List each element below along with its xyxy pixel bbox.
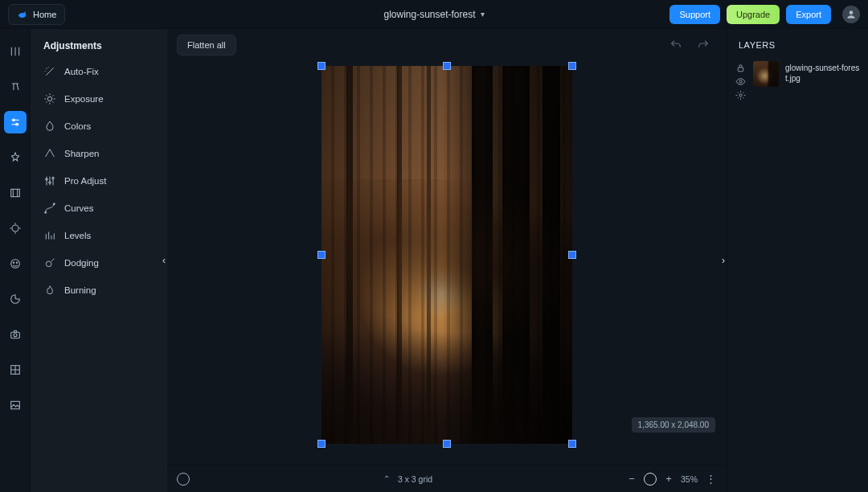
chevron-up-icon: ⌃: [383, 474, 390, 483]
svg-point-20: [739, 80, 742, 83]
image-content: [397, 66, 402, 444]
svg-point-6: [13, 262, 14, 263]
resize-handle-ml[interactable]: [317, 251, 326, 259]
adjust-label: Dodging: [64, 258, 99, 268]
resize-handle-mr[interactable]: [568, 251, 576, 259]
canvas-toolbar: Flatten all: [167, 29, 727, 61]
zoom-value: 35%: [681, 474, 698, 484]
adjust-label: Burning: [64, 285, 96, 295]
rail-effects-icon[interactable]: [4, 146, 27, 169]
adjust-curves[interactable]: Curves: [37, 195, 161, 222]
collapse-right-panel[interactable]: ›: [722, 255, 725, 266]
layer-name: glowing-sunset-forest.jpg: [785, 61, 860, 84]
adjustments-list: Auto-Fix Exposure Colors Sharpen Pro Adj…: [37, 58, 161, 304]
zoom-out-button[interactable]: −: [626, 473, 637, 485]
image-content: [502, 66, 530, 444]
zoom-controls: − + 35%: [626, 473, 698, 486]
zoom-in-button[interactable]: +: [663, 473, 674, 485]
svg-rect-11: [10, 401, 19, 408]
upgrade-button[interactable]: Upgrade: [727, 5, 780, 24]
support-button[interactable]: Support: [669, 5, 720, 24]
image-content: [346, 66, 353, 444]
rail-stickers-icon[interactable]: [4, 252, 27, 275]
adjust-sharpen[interactable]: Sharpen: [37, 140, 161, 167]
adjust-colors[interactable]: Colors: [37, 113, 161, 140]
canvas-stage[interactable]: 1,365.00 x 2,048.00 ›: [167, 61, 727, 465]
rail-adjustments-icon[interactable]: [4, 111, 27, 133]
dodge-icon: [43, 256, 56, 269]
chevron-down-icon: ▾: [481, 10, 485, 18]
person-icon: [845, 9, 857, 20]
adjust-label: Auto-Fix: [64, 67, 99, 76]
adjust-dodging[interactable]: Dodging: [37, 249, 161, 277]
rail-layout-icon[interactable]: [4, 40, 27, 63]
rail-text-icon[interactable]: [4, 76, 27, 98]
document-title: glowing-sunset-forest: [383, 9, 475, 20]
layers-title: LAYERS: [727, 29, 868, 58]
resize-handle-tr[interactable]: [568, 62, 576, 70]
rail-frame-icon[interactable]: [4, 182, 27, 204]
levels-icon: [43, 229, 56, 242]
layer-visibility-icon[interactable]: [735, 76, 747, 87]
resize-handle-br[interactable]: [568, 440, 576, 448]
grid-label: 3 x 3 grid: [398, 474, 432, 484]
sharpen-icon: [43, 147, 56, 160]
rail-camera-icon[interactable]: [4, 323, 27, 346]
adjustments-panel: Adjustments Auto-Fix Exposure Colors Sha…: [31, 29, 167, 492]
image-content: [321, 179, 572, 330]
rail-draw-icon[interactable]: [4, 288, 27, 310]
adjust-label: Sharpen: [64, 149, 99, 158]
adjust-label: Curves: [64, 203, 93, 213]
resize-handle-tl[interactable]: [317, 62, 326, 70]
export-button[interactable]: Export: [786, 5, 831, 24]
document-title-dropdown[interactable]: glowing-sunset-forest ▾: [383, 9, 484, 20]
layer-settings-icon[interactable]: [735, 89, 747, 100]
adjust-label: Pro Adjust: [64, 176, 106, 186]
flatten-all-button[interactable]: Flatten all: [177, 35, 236, 55]
wand-icon: [43, 65, 56, 78]
rail-collage-icon[interactable]: [4, 359, 27, 381]
layer-row[interactable]: glowing-sunset-forest.jpg: [727, 58, 868, 104]
adjust-autofix[interactable]: Auto-Fix: [37, 58, 161, 85]
adjust-proadjust[interactable]: Pro Adjust: [37, 167, 161, 195]
adjust-levels[interactable]: Levels: [37, 222, 161, 249]
canvas-bottom-bar: ⌃ 3 x 3 grid − + 35% ⋮: [167, 465, 727, 492]
layer-controls: [735, 61, 747, 100]
svg-rect-3: [10, 189, 19, 196]
account-avatar[interactable]: [842, 6, 860, 23]
more-menu-button[interactable]: ⋮: [706, 473, 717, 485]
adjust-burning[interactable]: Burning: [37, 277, 161, 304]
svg-point-16: [45, 211, 47, 213]
resize-handle-tm[interactable]: [443, 62, 451, 70]
rail-retouch-icon[interactable]: [4, 217, 27, 240]
adjust-label: Exposure: [64, 94, 104, 104]
bird-icon: [17, 9, 28, 20]
svg-point-18: [46, 261, 51, 267]
layer-lock-icon[interactable]: [735, 62, 747, 73]
layer-thumbnail[interactable]: [753, 61, 779, 87]
history-controls: [669, 38, 710, 52]
image-content: [472, 66, 493, 444]
background-color-swatch[interactable]: [177, 473, 190, 486]
zoom-indicator-icon[interactable]: [644, 473, 657, 486]
svg-rect-19: [738, 68, 743, 72]
canvas-image-selection[interactable]: [321, 66, 572, 444]
top-bar: Home glowing-sunset-forest ▾ Support Upg…: [0, 0, 868, 29]
sun-icon: [43, 92, 56, 105]
resize-handle-bm[interactable]: [443, 440, 451, 448]
top-right-actions: Support Upgrade Export: [669, 5, 860, 24]
rail-image-icon[interactable]: [4, 394, 27, 416]
undo-button[interactable]: [669, 38, 683, 52]
adjust-exposure[interactable]: Exposure: [37, 85, 161, 113]
grid-selector[interactable]: ⌃ 3 x 3 grid: [383, 474, 432, 484]
burn-icon: [43, 284, 56, 297]
curves-icon: [43, 202, 56, 215]
image-content: [542, 66, 560, 444]
layers-panel: LAYERS glowing-sunset-forest.jpg: [727, 29, 868, 492]
redo-button[interactable]: [696, 38, 710, 52]
canvas-image[interactable]: [321, 66, 572, 444]
home-button[interactable]: Home: [8, 4, 65, 25]
adjust-label: Levels: [64, 231, 91, 240]
resize-handle-bl[interactable]: [317, 440, 326, 448]
adjust-label: Colors: [64, 121, 91, 131]
